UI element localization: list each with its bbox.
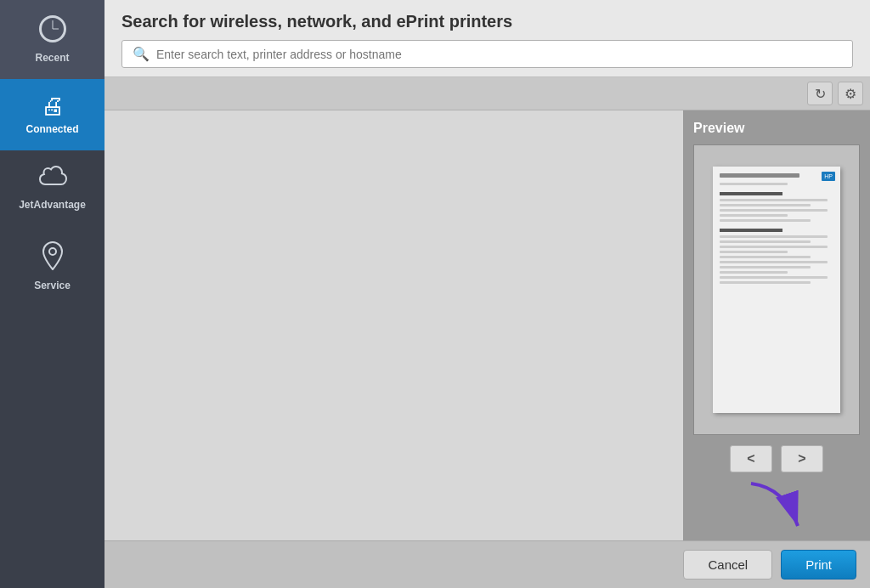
doc-line-7 [720, 240, 811, 243]
doc-line-10 [720, 256, 811, 258]
document-page: HP [713, 167, 840, 413]
sidebar-item-jetadvantage-label: JetAdvantage [19, 199, 86, 211]
doc-sub-line-1 [720, 183, 788, 185]
doc-line-1 [720, 199, 828, 201]
sidebar-item-recent-label: Recent [35, 52, 69, 64]
doc-block-1 [720, 199, 833, 222]
doc-line-6 [720, 235, 828, 238]
doc-line-5 [720, 219, 811, 222]
header: Search for wireless, network, and ePrint… [105, 0, 870, 77]
doc-line-12 [720, 266, 811, 269]
print-button[interactable]: Print [781, 550, 856, 580]
doc-section-1 [720, 192, 782, 195]
settings-icon: ⚙ [845, 86, 856, 102]
toolbar-row: ↻ ⚙ [105, 77, 870, 110]
preview-title: Preview [693, 121, 860, 136]
prev-page-button[interactable]: < [730, 445, 772, 472]
doc-line-13 [720, 271, 788, 274]
doc-section-2 [720, 229, 782, 232]
body-area: Preview HP [105, 110, 870, 540]
annotation-arrow [743, 479, 811, 539]
doc-block-2 [720, 235, 833, 284]
preview-nav: < > [693, 445, 860, 472]
app-container: Recent 🖨 Connected JetAdvantage Service [0, 0, 870, 588]
doc-line-2 [720, 204, 811, 206]
doc-line-11 [720, 261, 828, 263]
cancel-button[interactable]: Cancel [683, 550, 772, 580]
printer-icon: 🖨 [41, 94, 65, 118]
main-content: Search for wireless, network, and ePrint… [105, 0, 870, 588]
sidebar-item-connected-label: Connected [25, 123, 78, 135]
sidebar-item-jetadvantage[interactable]: JetAdvantage [0, 150, 105, 226]
location-icon [41, 241, 65, 274]
search-bar[interactable]: 🔍 [121, 40, 853, 68]
doc-line-3 [720, 209, 828, 212]
doc-line-4 [720, 214, 788, 217]
doc-line-14 [720, 276, 828, 279]
sidebar-item-service-label: Service [34, 280, 71, 291]
preview-panel: Preview HP [683, 110, 870, 540]
sidebar: Recent 🖨 Connected JetAdvantage Service [0, 0, 105, 588]
arrow-container [693, 479, 860, 530]
clock-icon [39, 15, 66, 47]
page-title: Search for wireless, network, and ePrint… [121, 12, 853, 31]
doc-title-line [720, 173, 799, 178]
next-page-button[interactable]: > [781, 445, 823, 472]
preview-document: HP [693, 144, 860, 435]
cloud-icon [37, 166, 68, 194]
center-area [105, 110, 683, 540]
doc-line-8 [720, 246, 828, 248]
search-input[interactable] [156, 48, 842, 61]
doc-title-block [720, 173, 833, 185]
doc-line-15 [720, 281, 811, 284]
settings-button[interactable]: ⚙ [838, 82, 863, 105]
refresh-button[interactable]: ↻ [807, 82, 833, 105]
search-icon: 🔍 [133, 46, 150, 62]
doc-line-9 [720, 251, 788, 253]
footer: Cancel Print [105, 540, 870, 588]
refresh-icon: ↻ [815, 86, 826, 102]
sidebar-item-recent[interactable]: Recent [0, 0, 105, 79]
sidebar-item-service[interactable]: Service [0, 226, 105, 307]
sidebar-item-connected[interactable]: 🖨 Connected [0, 79, 105, 150]
doc-badge: HP [822, 172, 835, 181]
